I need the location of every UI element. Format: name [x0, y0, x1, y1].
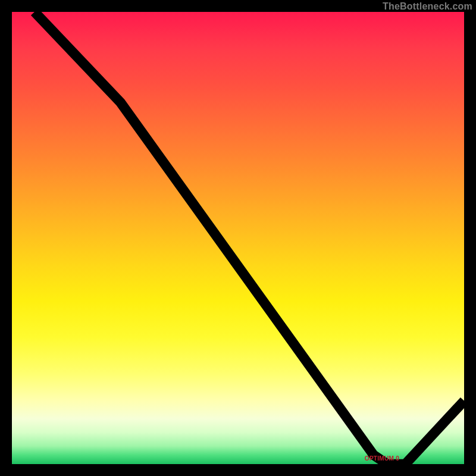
- series-path: [35, 12, 464, 464]
- bottleneck-line: [12, 12, 464, 464]
- optimum-label: OPTIMUM 0: [365, 455, 399, 462]
- attribution-text: TheBottleneck.com: [383, 1, 472, 12]
- plot-area: OPTIMUM 0: [12, 12, 464, 464]
- chart-frame: TheBottleneck.com OPTIMUM 0: [0, 0, 476, 476]
